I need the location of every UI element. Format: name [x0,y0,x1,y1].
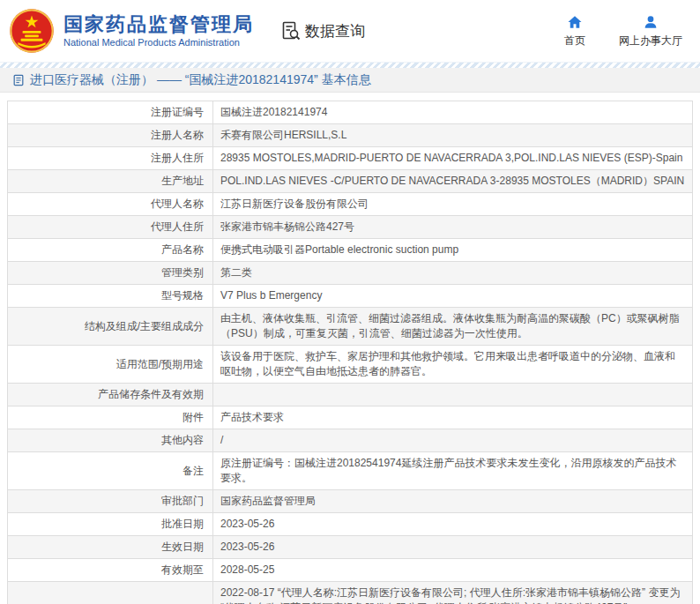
user-icon [643,14,659,30]
row-value: 由主机、液体收集瓶、引流管、细菌过滤器组成。液体收集瓶为耐高温的聚碳酸（PC）或… [213,308,692,345]
table-row: 代理人住所张家港市锦丰杨锦公路427号 [8,216,692,239]
table-row: 附件产品技术要求 [8,406,692,429]
table-row: 有效期至2028-05-25 [8,559,692,582]
data-query-section[interactable]: 数据查询 [280,20,365,41]
table-row: 注册证编号国械注进20182141974 [8,101,692,124]
row-label: 产品名称 [8,239,213,261]
national-emblem-logo [9,8,55,54]
data-query-label: 数据查询 [305,21,365,41]
table-row: 批准日期2023-05-26 [8,513,692,536]
row-value [213,384,692,406]
table-row: 其他内容/ [8,429,692,452]
row-label: 适用范围/预期用途 [8,346,213,383]
row-value: 该设备用于医院、救护车、家居护理和其他救护领域。它用来吸出患者呼吸道中的分泌物、… [213,346,692,383]
row-label: 注册人名称 [8,124,213,146]
row-label: 批准日期 [8,513,213,535]
header-nav: 首页 网上办事大厅 [554,14,688,48]
row-label: 注册证编号 [8,101,213,123]
row-value: 禾赛有限公司HERSILL,S.L [213,124,692,146]
row-value: 原注册证编号：国械注进20182541974延续注册产品技术要求未发生变化，沿用… [213,452,692,489]
row-value: 便携式电动吸引器Portable electronic suction pump [213,239,692,261]
table-row: 变更情况2022-08-17 “代理人名称:江苏日新医疗设备有限公司; 代理人住… [8,582,692,604]
document-icon [12,74,25,86]
home-icon [567,14,583,30]
table-row: 注册人住所28935 MOSTOLES,MADRID-PUERTO DE NAV… [8,147,692,170]
nav-item-home[interactable]: 首页 [554,14,596,48]
row-value: V7 Plus b Emergency [213,285,692,307]
document-search-icon [280,20,302,41]
row-label: 有效期至 [8,559,213,581]
row-label: 结构及组成/主要组成成分 [8,308,213,345]
nav-item-label: 网上办事大厅 [619,34,682,48]
row-label: 代理人名称 [8,193,213,215]
row-label: 生效日期 [8,536,213,558]
row-value: 国家药品监督管理局 [213,490,692,512]
row-label: 其他内容 [8,429,213,451]
row-label: 产品储存条件及有效期 [8,384,213,406]
stripe-divider [0,62,700,68]
table-row: 适用范围/预期用途该设备用于医院、救护车、家居护理和其他救护领域。它用来吸出患者… [8,346,692,384]
org-name-en: National Medical Products Administration [63,36,254,49]
table-row: 产品名称便携式电动吸引器Portable electronic suction … [8,239,692,262]
row-label: 变更情况 [8,582,213,604]
row-label: 审批部门 [8,490,213,512]
row-value: 江苏日新医疗设备股份有限公司 [213,193,692,215]
page-title-bar: 进口医疗器械（注册） —— “国械注进20182141974” 基本信息 [0,68,700,93]
row-value: 2022-08-17 “代理人名称:江苏日新医疗设备有限公司; 代理人住所:张家… [213,582,692,604]
row-label: 生产地址 [8,170,213,192]
row-value: 28935 MOSTOLES,MADRID-PUERTO DE NAVACERR… [213,147,692,169]
table-row: 备注原注册证编号：国械注进20182541974延续注册产品技术要求未发生变化，… [8,452,692,490]
row-label: 型号规格 [8,285,213,307]
org-title-block: 国家药品监督管理局 National Medical Products Admi… [63,13,254,49]
site-header: 国家药品监督管理局 National Medical Products Admi… [0,0,700,62]
row-value: 第二类 [213,262,692,284]
row-value: 产品技术要求 [213,406,692,429]
row-label: 注册人住所 [8,147,213,169]
row-label: 管理类别 [8,262,213,284]
page-title: 进口医疗器械（注册） —— “国械注进20182141974” 基本信息 [30,72,371,88]
nav-item-label: 首页 [564,34,585,48]
row-value: 张家港市锦丰杨锦公路427号 [213,216,692,238]
nav-item-service-hall[interactable]: 网上办事大厅 [619,14,682,48]
table-row: 生产地址POL.IND.LAS NIEVES -C/PUERTO DE NAVA… [8,170,692,193]
row-value: 2028-05-25 [213,559,692,581]
row-value: 国械注进20182141974 [213,101,692,123]
row-label: 代理人住所 [8,216,213,238]
org-name-cn: 国家药品监督管理局 [63,13,254,36]
table-row: 管理类别第二类 [8,262,692,285]
row-value: 2023-05-26 [213,536,692,558]
table-row: 审批部门国家药品监督管理局 [8,490,692,513]
row-label: 备注 [8,452,213,489]
table-row: 产品储存条件及有效期 [8,384,692,406]
table-row: 注册人名称禾赛有限公司HERSILL,S.L [8,124,692,147]
row-value: / [213,429,692,451]
row-value: 2023-05-26 [213,513,692,535]
table-row: 结构及组成/主要组成成分由主机、液体收集瓶、引流管、细菌过滤器组成。液体收集瓶为… [8,308,692,346]
row-label: 附件 [8,406,213,429]
row-value: POL.IND.LAS NIEVES -C/PUERTO DE NAVACERR… [213,170,692,192]
table-row: 生效日期2023-05-26 [8,536,692,559]
table-row: 型号规格V7 Plus b Emergency [8,285,692,308]
registration-info-table: 注册证编号国械注进20182141974注册人名称禾赛有限公司HERSILL,S… [7,101,693,604]
table-row: 代理人名称江苏日新医疗设备股份有限公司 [8,193,692,216]
